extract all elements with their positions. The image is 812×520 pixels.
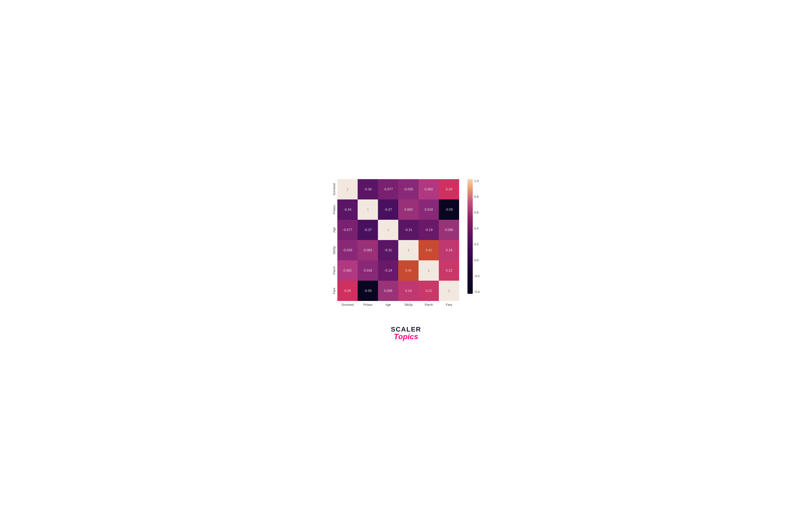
heatmap-cell: -0.55 — [439, 200, 459, 220]
heatmap-cell: 0.22 — [439, 260, 459, 281]
heatmap-cell: -0.19 — [418, 220, 439, 240]
heatmap-cell: 0.096 — [439, 220, 459, 240]
x-axis-label: Parch — [418, 303, 439, 307]
y-axis-label: SibSp — [332, 240, 336, 260]
colorbar-label: 0.6 — [474, 211, 480, 214]
heatmap-cell: 0.082 — [418, 179, 439, 200]
heatmap-cell: -0.077 — [337, 220, 358, 240]
heatmap-cell: -0.31 — [378, 240, 398, 260]
colorbar — [467, 179, 473, 294]
heatmap-wrapper: SurvivedPclassAgeSibSpParchFare 1-0.34-0… — [332, 179, 480, 307]
x-axis-label: Survived — [337, 303, 358, 307]
heatmap-cell: -0.37 — [378, 200, 398, 220]
heatmap-cell: -0.077 — [378, 179, 398, 200]
colorbar-label: 0.2 — [474, 242, 480, 246]
heatmap-cell: -0.035 — [337, 240, 358, 260]
heatmap-cell: -0.035 — [398, 179, 418, 200]
x-axis-label: Fare — [439, 303, 459, 307]
heatmap-cell: -0.19 — [378, 260, 398, 281]
heatmap-grid: 1-0.34-0.077-0.0350.0820.26-0.341-0.370.… — [337, 179, 459, 301]
heatmap-cell: -0.55 — [358, 281, 378, 301]
colorbar-label: 1.0 — [474, 179, 480, 183]
heatmap-cell: 0.16 — [398, 281, 418, 301]
heatmap-cell: 1 — [358, 200, 378, 220]
heatmap-cell: -0.34 — [358, 179, 378, 200]
heatmap-cell: 0.16 — [439, 240, 459, 260]
heatmap-cell: 0.26 — [439, 179, 459, 200]
logo-topics: Topics — [394, 332, 418, 341]
heatmap-cell: 0.083 — [398, 200, 418, 220]
colorbar-label: 0.0 — [474, 258, 480, 262]
x-axis-label: Age — [378, 303, 398, 307]
colorbar-label: 0.8 — [474, 195, 480, 199]
colorbar-labels: 1.00.80.60.40.20.0-0.2-0.4 — [474, 179, 480, 294]
heatmap-cell: -0.37 — [358, 220, 378, 240]
heatmap-cell: -0.31 — [398, 220, 418, 240]
heatmap-cell: 0.083 — [358, 240, 378, 260]
heatmap-left: SurvivedPclassAgeSibSpParchFare 1-0.34-0… — [332, 179, 459, 307]
y-axis-label: Age — [332, 220, 336, 240]
heatmap-cell: 0.41 — [398, 260, 418, 281]
y-axis-labels: SurvivedPclassAgeSibSpParchFare — [332, 179, 336, 301]
heatmap-cell: 1 — [439, 281, 459, 301]
x-axis-label: Pclass — [358, 303, 378, 307]
heatmap-cell: 0.018 — [418, 200, 439, 220]
colorbar-wrapper: 1.00.80.60.40.20.0-0.2-0.4 — [467, 179, 480, 294]
colorbar-container: 1.00.80.60.40.20.0-0.2-0.4 — [467, 179, 480, 301]
chart-container: SurvivedPclassAgeSibSpParchFare 1-0.34-0… — [332, 179, 480, 307]
heatmap-cell: 0.41 — [418, 240, 439, 260]
heatmap-cell: -0.34 — [337, 200, 358, 220]
y-axis-label: Fare — [332, 281, 336, 301]
y-axis-label: Parch — [332, 260, 336, 281]
logo-container: SCALER Topics — [391, 326, 421, 341]
colorbar-label: -0.2 — [474, 274, 480, 278]
y-axis-label: Pclass — [332, 200, 336, 220]
colorbar-label: -0.4 — [474, 290, 480, 293]
x-axis-labels: SurvivedPclassAgeSibSpParchFare — [337, 303, 459, 307]
heatmap-cell: 0.018 — [358, 260, 378, 281]
heatmap-cell: 1 — [398, 240, 418, 260]
y-axis-label: Survived — [332, 179, 336, 200]
heatmap-cell: 0.082 — [337, 260, 358, 281]
colorbar-label: 0.4 — [474, 227, 480, 230]
heatmap-cell: 0.26 — [337, 281, 358, 301]
heatmap-cell: 0.22 — [418, 281, 439, 301]
heatmap-grid-area: 1-0.34-0.077-0.0350.0820.26-0.341-0.370.… — [337, 179, 459, 307]
heatmap-cell: 1 — [378, 220, 398, 240]
x-axis-label: SibSp — [398, 303, 418, 307]
heatmap-cell: 0.096 — [378, 281, 398, 301]
heatmap-cell: 1 — [418, 260, 439, 281]
heatmap-cell: 1 — [337, 179, 358, 200]
